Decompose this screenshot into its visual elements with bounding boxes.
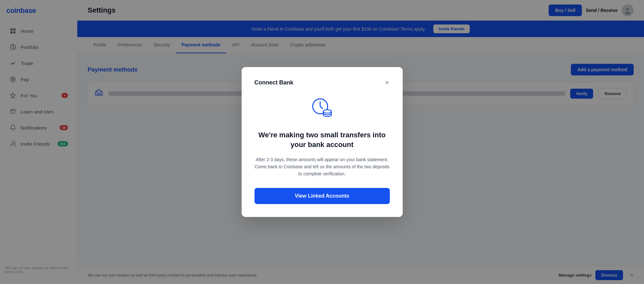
- modal-header: Connect Bank ×: [255, 79, 390, 86]
- modal-heading: We're making two small transfers into yo…: [255, 130, 390, 149]
- modal-title: Connect Bank: [255, 79, 293, 86]
- view-linked-accounts-button[interactable]: View Linked Accounts: [255, 188, 390, 204]
- modal-overlay[interactable]: Connect Bank × We're making two small tr…: [0, 0, 644, 284]
- svg-point-17: [323, 110, 331, 113]
- modal-close-button[interactable]: ×: [385, 79, 390, 86]
- transfer-icon: [255, 95, 390, 121]
- modal-body-text: After 2-3 days, these amounts will appea…: [255, 156, 390, 178]
- connect-bank-modal: Connect Bank × We're making two small tr…: [242, 67, 403, 217]
